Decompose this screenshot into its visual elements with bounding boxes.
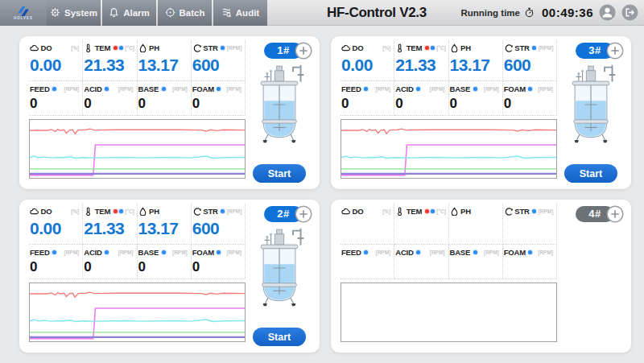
status-indicators <box>364 250 368 254</box>
sensor-value: 0.00 <box>341 56 390 79</box>
add-icon[interactable] <box>606 42 624 60</box>
droplet-icon <box>138 43 147 52</box>
sensor-name: PH <box>149 43 159 52</box>
nav-batch-button[interactable]: Batch <box>158 0 212 26</box>
rotate-cw-icon <box>192 43 201 52</box>
status-indicators <box>221 209 225 213</box>
actuator-name: ACID <box>395 85 413 93</box>
base-cell: BASE [RPM] <box>449 245 503 279</box>
status-indicators <box>52 250 56 254</box>
panel-readings: DO [%] TEM <box>341 204 557 346</box>
sensor-name: TEM <box>95 43 110 52</box>
topbar-right: Running time 00:49:36 <box>460 4 644 21</box>
bioreactor-vessel <box>251 61 308 150</box>
sensor-unit: [°C] <box>436 45 446 51</box>
audit-list-magnifier-icon <box>221 7 232 18</box>
ph-cell: PH 13.17 <box>449 40 503 81</box>
cloud-icon <box>30 207 39 216</box>
sensor-unit: [%] <box>382 208 390 214</box>
ph-cell: PH 13.17 <box>138 204 192 245</box>
do-cell: DO [%] 0.00 <box>29 40 83 81</box>
status-indicators <box>217 87 221 91</box>
running-time-value: 00:49:36 <box>542 6 593 19</box>
panel-side: 2# <box>246 204 313 346</box>
actuator-value: 0 <box>138 96 188 113</box>
foam-cell: FOAM [RPM] 0 <box>192 245 246 279</box>
panel-readings: DO [%] 0.00 TEM <box>29 40 246 183</box>
actuator-value: 0 <box>30 96 79 113</box>
sensor-unit: [RPM] <box>227 208 242 214</box>
bioreactor-vessel <box>563 61 619 150</box>
sensor-stats: DO [%] 0.00 TEM <box>341 40 557 116</box>
user-button[interactable] <box>599 4 616 21</box>
status-indicators <box>425 209 435 213</box>
acid-cell: ACID [RPM] <box>394 245 448 279</box>
sensor-name: DO <box>41 207 52 216</box>
actuator-value: 0 <box>84 259 133 277</box>
sensor-unit: [°C] <box>436 208 446 214</box>
status-indicators <box>217 250 221 254</box>
actuator-value <box>341 259 390 277</box>
acid-cell: ACID [RPM] 0 <box>394 81 448 116</box>
sensor-name: STR <box>203 207 217 216</box>
cloud-icon <box>341 43 350 52</box>
status-indicators <box>473 87 477 91</box>
status-indicators <box>528 87 532 91</box>
str-cell: STR [RPM] 600 <box>192 40 246 81</box>
reactor-grid: DO [%] 0.00 TEM <box>0 26 644 363</box>
nav-alarm-button[interactable]: Alarm <box>102 0 156 26</box>
start-button[interactable]: Start <box>564 164 617 183</box>
thermometer-icon <box>395 207 404 216</box>
add-icon[interactable] <box>295 205 312 223</box>
sensor-value: 600 <box>504 56 553 79</box>
tem-cell: TEM [°C] 21.33 <box>83 40 137 81</box>
cloud-icon <box>341 207 350 216</box>
droplet-icon <box>138 207 147 216</box>
bioreactor-vessel <box>251 225 308 313</box>
actuator-name: FEED <box>30 85 50 93</box>
nav-system-button[interactable]: System <box>47 0 101 26</box>
start-button[interactable]: Start <box>253 328 306 346</box>
thermometer-icon <box>395 43 404 52</box>
status-indicators <box>162 250 166 254</box>
actuator-value: 0 <box>504 96 553 113</box>
add-icon[interactable] <box>295 42 312 60</box>
rotate-cw-icon <box>504 43 513 52</box>
actuator-name: ACID <box>84 248 101 257</box>
thermometer-icon <box>84 43 93 52</box>
target-icon <box>165 7 175 18</box>
feed-cell: FEED [RPM] <box>341 245 394 279</box>
logout-button[interactable] <box>621 4 638 21</box>
add-icon[interactable] <box>606 205 624 223</box>
trend-chart <box>341 283 557 342</box>
droplet-icon <box>450 43 459 52</box>
cloud-icon <box>30 43 39 52</box>
sensor-name: STR <box>514 43 529 52</box>
sensor-unit: [%] <box>71 45 79 51</box>
base-cell: BASE [RPM] 0 <box>138 245 192 279</box>
nav-audit-button[interactable]: Audit <box>213 0 267 26</box>
sensor-value: 600 <box>192 219 242 242</box>
actuator-name: BASE <box>450 248 471 257</box>
actuator-name: FEED <box>341 85 361 93</box>
status-indicators <box>532 46 536 50</box>
sensor-name: DO <box>353 43 364 52</box>
actuator-unit: [RPM] <box>172 86 188 92</box>
actuator-unit: [RPM] <box>172 250 188 255</box>
reactor-panel: DO [%] 0.00 TEM <box>19 36 320 189</box>
logout-icon <box>621 4 638 21</box>
start-button[interactable]: Start <box>253 164 306 183</box>
actuator-value: 0 <box>341 96 390 113</box>
bell-icon <box>109 7 119 18</box>
panel-readings: DO [%] 0.00 TEM <box>29 204 246 346</box>
do-cell: DO [%] 0.00 <box>341 40 394 81</box>
sensor-value: 13.17 <box>138 56 188 79</box>
do-cell: DO [%] <box>341 204 394 245</box>
panel-side: 4# <box>557 204 625 346</box>
sensor-value: 0.00 <box>30 219 79 242</box>
sensor-value: 600 <box>192 56 242 79</box>
status-indicators <box>528 250 532 254</box>
actuator-unit: [RPM] <box>118 250 134 255</box>
actuator-name: FEED <box>30 248 50 257</box>
status-indicators <box>105 250 109 254</box>
